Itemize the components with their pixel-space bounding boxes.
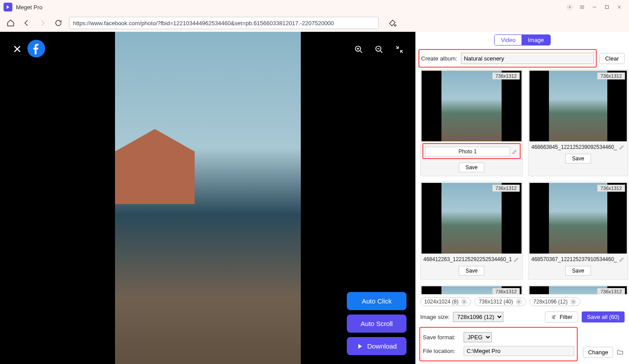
save-format-label: Save format: (423, 334, 460, 341)
save-settings-section: Save format: JPEG File location: (419, 327, 578, 361)
edit-name-icon[interactable] (514, 256, 520, 262)
image-size-label: Image size: (420, 314, 449, 320)
create-album-row: Create album: (418, 49, 597, 68)
create-album-label: Create album: (421, 55, 457, 62)
edit-name-icon[interactable] (619, 144, 625, 150)
clear-button[interactable]: Clear (599, 53, 625, 64)
filter-button[interactable]: Filter (545, 311, 578, 322)
folder-icon[interactable] (617, 349, 625, 356)
app-title: Meget Pro (16, 4, 42, 11)
download-label: Download (367, 342, 397, 350)
thumbnail-grid[interactable]: 736x1312 Photo 1 Save 736x1312 468663845… (416, 68, 629, 294)
thumbnail-name[interactable]: Photo 1 (425, 147, 510, 156)
edit-name-icon[interactable] (619, 256, 625, 262)
url-input[interactable] (73, 20, 375, 27)
action-buttons: Auto Click Auto Scroll Download (347, 292, 407, 355)
zoom-controls (354, 45, 405, 55)
collapse-icon[interactable] (395, 45, 405, 55)
dimension-badge: 736x1312 (492, 72, 520, 80)
svg-point-0 (569, 6, 571, 8)
chip-label: 736x1312 (40) (479, 299, 513, 305)
edit-name-icon[interactable] (512, 148, 518, 155)
chip-remove-icon[interactable]: × (516, 299, 522, 305)
thumbnail-card[interactable]: 736x1312 468570367_122125237910534460_ S… (528, 182, 628, 280)
home-icon[interactable] (5, 18, 16, 28)
dimension-badge: 736x1312 (597, 288, 625, 294)
save-format-select[interactable]: JPEG (464, 332, 492, 342)
save-all-button[interactable]: Save all (60) (582, 311, 625, 322)
auto-click-button[interactable]: Auto Click (347, 292, 407, 310)
thumbnail-image[interactable]: 736x1312 (529, 286, 627, 294)
dimension-badge: 736x1312 (597, 72, 625, 80)
thumbnail-card[interactable]: 736x1312 468412263_122125292252534460_1 … (420, 182, 523, 280)
dimension-badge: 736x1312 (492, 185, 520, 192)
download-button[interactable]: Download (347, 337, 407, 355)
auto-scroll-button[interactable]: Auto Scroll (347, 315, 407, 333)
size-filter-chip[interactable]: 736x1312 (40)× (475, 297, 525, 306)
thumbnail-save-button[interactable]: Save (565, 154, 591, 163)
close-viewer-icon[interactable] (12, 44, 23, 55)
thumbnail-save-button[interactable]: Save (459, 266, 484, 276)
svg-line-12 (360, 51, 362, 53)
filter-label: Filter (560, 314, 572, 320)
minimize-button[interactable] (588, 1, 601, 13)
thumbnail-image[interactable]: 736x1312 (422, 71, 522, 141)
dimension-badge: 736x1312 (492, 288, 520, 294)
thumbnail-save-button[interactable]: Save (565, 266, 591, 276)
maximize-button[interactable] (601, 1, 613, 13)
svg-line-16 (380, 51, 383, 53)
zoom-out-icon[interactable] (375, 45, 384, 55)
thumbnail-name-row: 468412263_122125292252534460_1 (422, 254, 522, 264)
tab-video[interactable]: Video (495, 35, 522, 45)
url-bar[interactable] (69, 17, 379, 29)
reload-icon[interactable] (53, 18, 64, 28)
size-filter-chip[interactable]: 728x1096 (12)× (529, 297, 580, 306)
photo-viewer: Auto Click Auto Scroll Download (0, 32, 416, 364)
chip-label: 1024x1024 (8) (424, 299, 458, 305)
svg-point-25 (554, 318, 555, 318)
thumbnail-card[interactable]: 736x1312 468663845_122125239092534460_ S… (528, 69, 628, 176)
side-panel: Video Image Create album: Clear 736x1312… (416, 32, 629, 364)
size-filter-chip[interactable]: 1024x1024 (8)× (420, 297, 471, 306)
thumbnail-card[interactable]: 736x1312 (420, 285, 523, 294)
chip-label: 728x1096 (12) (533, 299, 568, 305)
toolbar (0, 14, 629, 32)
size-chip-row: 1024x1024 (8)×736x1312 (40)×728x1096 (12… (416, 294, 629, 309)
thumbnail-image[interactable]: 736x1312 (422, 183, 522, 254)
panel-tabs: Video Image (416, 32, 629, 48)
chip-remove-icon[interactable]: × (461, 299, 467, 305)
thumbnail-name: 468570367_122125237910534460_ (531, 256, 617, 262)
thumbnail-name-row: 468570367_122125237910534460_ (529, 254, 627, 264)
titlebar: Meget Pro (0, 0, 629, 14)
app-icon (4, 3, 12, 11)
album-name-input[interactable] (461, 53, 594, 64)
image-size-select[interactable]: 728x1096 (12) (453, 312, 503, 322)
thumbnail-image[interactable]: 736x1312 (422, 286, 522, 294)
chip-remove-icon[interactable]: × (570, 299, 576, 305)
close-button[interactable] (613, 1, 625, 13)
file-location-input[interactable] (464, 346, 574, 356)
thumbnail-card[interactable]: 736x1312 Photo 1 Save (420, 69, 523, 176)
dimension-badge: 736x1312 (597, 185, 625, 192)
paint-bucket-icon[interactable] (387, 18, 397, 28)
thumbnail-card[interactable]: 736x1312 (528, 285, 628, 294)
thumbnail-image[interactable]: 736x1312 (529, 183, 627, 254)
settings-icon[interactable] (564, 1, 576, 13)
change-location-button[interactable]: Change (583, 347, 613, 358)
zoom-in-icon[interactable] (354, 45, 364, 55)
file-location-label: File location: (423, 348, 460, 354)
facebook-logo-icon[interactable] (27, 40, 45, 57)
tab-image[interactable]: Image (522, 35, 550, 45)
forward-icon (37, 18, 48, 28)
svg-rect-5 (606, 6, 609, 9)
thumbnail-name-row: 468663845_122125239092534460_ (529, 141, 627, 152)
image-size-row: Image size: 728x1096 (12) Filter Save al… (416, 309, 629, 325)
thumbnail-name: 468412263_122125292252534460_1 (423, 256, 512, 262)
menu-icon[interactable] (576, 1, 588, 13)
thumbnail-name: 468663845_122125239092534460_ (531, 144, 617, 150)
thumbnail-save-button[interactable]: Save (459, 163, 484, 172)
back-icon[interactable] (21, 18, 32, 28)
thumbnail-image[interactable]: 736x1312 (529, 71, 627, 141)
thumbnail-name-row: Photo 1 (422, 143, 521, 159)
